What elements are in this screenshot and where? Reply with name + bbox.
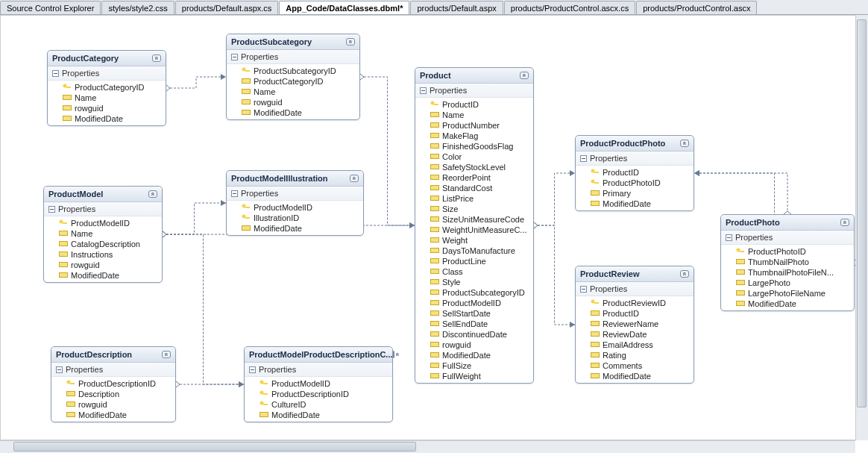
- property-row[interactable]: ProductModelID: [415, 298, 533, 308]
- entity-header[interactable]: ProductProductPhoto: [576, 136, 694, 151]
- properties-section-header[interactable]: Properties: [44, 202, 162, 216]
- minus-icon[interactable]: [580, 286, 587, 293]
- property-row[interactable]: Name: [44, 228, 162, 239]
- property-row[interactable]: Weight: [415, 235, 533, 246]
- property-row[interactable]: ThumbnailPhotoFileN...: [721, 267, 854, 278]
- property-row[interactable]: rowguid: [48, 103, 166, 113]
- property-row[interactable]: FinishedGoodsFlag: [415, 141, 533, 151]
- entity-ProductModelProductDescriptionC[interactable]: ProductModelProductDescriptionC...Proper…: [244, 346, 393, 422]
- tab-6[interactable]: products/ProductControl.ascx: [636, 1, 757, 14]
- property-row[interactable]: SellStartDate: [415, 308, 533, 319]
- entity-header[interactable]: ProductReview: [576, 266, 694, 282]
- entity-header[interactable]: ProductPhoto: [721, 215, 854, 231]
- property-row[interactable]: ProductPhotoID: [576, 178, 694, 188]
- properties-section-header[interactable]: Properties: [48, 66, 166, 81]
- property-row[interactable]: Name: [48, 93, 166, 103]
- tab-2[interactable]: products/Default.aspx.cs: [175, 1, 278, 14]
- collapse-icon[interactable]: [393, 351, 394, 358]
- properties-section-header[interactable]: Properties: [721, 231, 854, 245]
- tab-4[interactable]: products/Default.aspx: [410, 1, 503, 14]
- property-row[interactable]: ProductID: [576, 308, 694, 319]
- property-row[interactable]: ProductModelID: [227, 202, 363, 213]
- property-row[interactable]: EmailAddress: [576, 340, 694, 350]
- entity-ProductSubcategory[interactable]: ProductSubcategoryPropertiesProductSubca…: [226, 34, 360, 120]
- minus-icon[interactable]: [56, 366, 63, 373]
- property-row[interactable]: ModifiedDate: [227, 223, 363, 234]
- property-row[interactable]: ModifiedDate: [44, 270, 162, 281]
- property-row[interactable]: LargePhoto: [721, 278, 854, 288]
- property-row[interactable]: Size: [415, 204, 533, 214]
- entity-ProductCategory[interactable]: ProductCategoryPropertiesProductCategory…: [47, 50, 166, 126]
- property-row[interactable]: ProductLine: [415, 256, 533, 266]
- minus-icon[interactable]: [52, 70, 59, 77]
- property-row[interactable]: Instructions: [44, 249, 162, 260]
- property-row[interactable]: ProductCategoryID: [227, 76, 359, 87]
- minus-icon[interactable]: [249, 366, 256, 373]
- property-row[interactable]: ModifiedDate: [51, 410, 175, 420]
- property-row[interactable]: ProductID: [576, 167, 694, 178]
- entity-ProductPhoto[interactable]: ProductPhotoPropertiesProductPhotoIDThum…: [720, 214, 855, 311]
- entity-ProductProductPhoto[interactable]: ProductProductPhotoPropertiesProductIDPr…: [575, 135, 694, 211]
- tab-0[interactable]: Source Control Explorer: [0, 1, 101, 14]
- minus-icon[interactable]: [726, 234, 732, 241]
- property-row[interactable]: ProductDescriptionID: [245, 389, 392, 399]
- collapse-icon[interactable]: [152, 54, 161, 62]
- entity-ProductModelIllustration[interactable]: ProductModelIllustrationPropertiesProduc…: [226, 170, 364, 236]
- property-row[interactable]: LargePhotoFileName: [721, 288, 854, 299]
- property-row[interactable]: DaysToManufacture: [415, 246, 533, 256]
- property-row[interactable]: rowguid: [44, 260, 162, 270]
- properties-section-header[interactable]: Properties: [576, 151, 694, 166]
- horizontal-scrollbar[interactable]: [0, 440, 855, 453]
- entity-header[interactable]: ProductDescription: [51, 347, 175, 363]
- property-row[interactable]: StandardCost: [415, 183, 533, 193]
- minus-icon[interactable]: [420, 87, 427, 94]
- entity-Product[interactable]: ProductPropertiesProductIDNameProductNum…: [415, 67, 534, 384]
- property-row[interactable]: ReviewDate: [576, 329, 694, 340]
- property-row[interactable]: ProductPhotoID: [721, 246, 854, 257]
- entity-header[interactable]: ProductModelProductDescriptionC...: [245, 347, 392, 363]
- entity-header[interactable]: Product: [415, 68, 533, 84]
- collapse-icon[interactable]: [346, 38, 355, 46]
- property-row[interactable]: ProductDescriptionID: [51, 378, 175, 389]
- tab-3[interactable]: App_Code/DataClasses.dbml*: [279, 1, 409, 14]
- property-row[interactable]: ModifiedDate: [576, 199, 694, 209]
- vertical-scrollbar[interactable]: [855, 15, 868, 440]
- property-row[interactable]: ProductSubcategoryID: [415, 287, 533, 298]
- collapse-icon[interactable]: [162, 351, 171, 358]
- property-row[interactable]: Style: [415, 277, 533, 287]
- property-row[interactable]: ReviewerName: [576, 319, 694, 329]
- property-row[interactable]: Description: [51, 389, 175, 399]
- property-row[interactable]: SafetyStockLevel: [415, 162, 533, 172]
- minus-icon[interactable]: [48, 206, 55, 213]
- property-row[interactable]: Rating: [576, 350, 694, 360]
- property-row[interactable]: ProductSubcategoryID: [227, 66, 359, 76]
- entity-header[interactable]: ProductModelIllustration: [227, 171, 363, 187]
- property-row[interactable]: ModifiedDate: [245, 410, 392, 420]
- property-row[interactable]: Name: [227, 87, 359, 97]
- property-row[interactable]: rowguid: [415, 340, 533, 350]
- properties-section-header[interactable]: Properties: [576, 282, 694, 296]
- property-row[interactable]: ProductNumber: [415, 120, 533, 131]
- entity-ProductDescription[interactable]: ProductDescriptionPropertiesProductDescr…: [51, 346, 176, 422]
- property-row[interactable]: MakeFlag: [415, 131, 533, 141]
- tab-5[interactable]: products/ProductControl.ascx.cs: [504, 1, 635, 14]
- property-row[interactable]: ProductModelID: [44, 218, 162, 228]
- property-row[interactable]: ModifiedDate: [721, 299, 854, 309]
- property-row[interactable]: FullSize: [415, 360, 533, 371]
- property-row[interactable]: Comments: [576, 360, 694, 371]
- property-row[interactable]: Class: [415, 266, 533, 277]
- property-row[interactable]: ModifiedDate: [415, 350, 533, 360]
- collapse-icon[interactable]: [148, 190, 157, 198]
- collapse-icon[interactable]: [680, 270, 689, 278]
- property-row[interactable]: ProductModelID: [245, 378, 392, 389]
- properties-section-header[interactable]: Properties: [227, 50, 359, 64]
- collapse-icon[interactable]: [840, 219, 849, 226]
- property-row[interactable]: ModifiedDate: [227, 107, 359, 118]
- collapse-icon[interactable]: [680, 140, 689, 147]
- property-row[interactable]: Name: [415, 110, 533, 120]
- property-row[interactable]: ReorderPoint: [415, 172, 533, 183]
- minus-icon[interactable]: [580, 155, 587, 162]
- property-row[interactable]: ModifiedDate: [576, 371, 694, 381]
- property-row[interactable]: ThumbNailPhoto: [721, 257, 854, 267]
- property-row[interactable]: Color: [415, 151, 533, 162]
